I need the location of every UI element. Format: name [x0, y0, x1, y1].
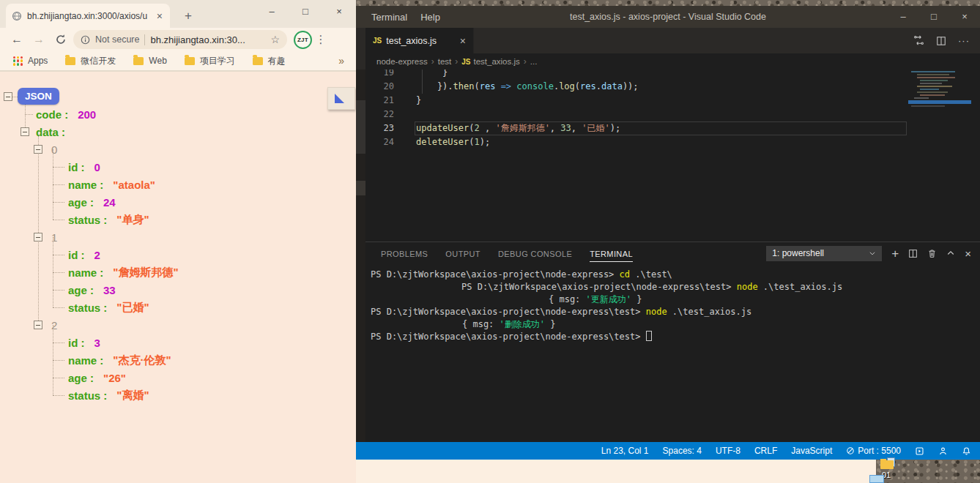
json-key-value: age :"26" [68, 369, 126, 386]
kill-terminal-trash-icon[interactable] [927, 249, 937, 258]
minimap[interactable] [911, 71, 968, 108]
bookmark-star-icon[interactable]: ☆ [270, 34, 280, 45]
url-text[interactable]: bh.zhijiangtao.xin:30... [150, 34, 265, 45]
json-root-row: JSON [0, 88, 356, 105]
terminal-line: { msg: '删除成功' } [371, 318, 980, 331]
reload-icon[interactable] [50, 34, 72, 45]
tab-close-icon[interactable]: × [155, 10, 164, 22]
new-terminal-icon[interactable]: + [891, 247, 899, 260]
collapse-toggle-icon[interactable] [21, 127, 29, 136]
json-value: "ataola" [113, 179, 155, 191]
collapse-toggle-icon[interactable] [34, 321, 42, 329]
collapse-toggle-icon[interactable] [34, 233, 42, 242]
line-number: 20 [365, 80, 394, 94]
json-key: name : [68, 179, 103, 191]
breadcrumb-item[interactable]: ... [530, 57, 538, 66]
extension-arrow-button[interactable] [327, 87, 355, 110]
forward-icon[interactable]: → [28, 33, 50, 46]
desktop-bottom-band: 01 [356, 460, 980, 483]
terminal-selector-dropdown[interactable]: 1: powershell [766, 246, 882, 261]
tree-stub [53, 342, 64, 343]
close-button[interactable]: × [322, 0, 356, 25]
code-line[interactable]: 20 }).then(res => console.log(res.data))… [365, 80, 980, 94]
json-value: 0 [94, 161, 100, 173]
browser-tab[interactable]: bh.zhijiangtao.xin:3000/axios/u × [6, 4, 170, 28]
status-spaces[interactable]: Spaces: 4 [663, 446, 702, 456]
json-key-value: status :"单身" [68, 211, 149, 228]
terminal-line: PS D:\zjtWorkspace\axios-project\node-ex… [371, 269, 980, 281]
status-eol[interactable]: CRLF [754, 446, 777, 456]
status-port[interactable]: Port : 5500 [846, 446, 901, 456]
bookmark-folder-item[interactable]: 微信开发 [59, 55, 122, 67]
desktop-folder-icon[interactable] [880, 458, 897, 470]
maximize-panel-icon[interactable] [946, 249, 955, 258]
go-live-icon[interactable] [915, 446, 924, 456]
menu-terminal[interactable]: Terminal [365, 12, 414, 23]
bookmark-apps[interactable]: Apps [7, 56, 53, 66]
notifications-bell-icon[interactable] [962, 446, 971, 456]
panel-tab-problems[interactable]: PROBLEMS [381, 245, 428, 262]
panel-tab-debug-console[interactable]: DEBUG CONSOLE [498, 245, 572, 262]
json-root-badge[interactable]: JSON [18, 88, 59, 105]
split-terminal-icon[interactable] [908, 249, 918, 258]
more-actions-icon[interactable]: ··· [958, 35, 970, 46]
panel-tab-output[interactable]: OUTPUT [445, 245, 480, 262]
collapse-toggle-icon[interactable] [34, 145, 42, 154]
breadcrumb-item[interactable]: test_axios.js [473, 57, 519, 66]
json-key: id : [68, 161, 85, 173]
account-icon[interactable] [938, 446, 948, 456]
json-value: 33 [103, 284, 116, 296]
json-key: name : [68, 354, 103, 367]
open-changes-icon[interactable] [913, 35, 924, 46]
json-tree-row: age :24 [0, 193, 356, 211]
folder-icon [253, 57, 263, 65]
terminal-output[interactable]: PS D:\zjtWorkspace\axios-project\node-ex… [365, 264, 980, 442]
maximize-button[interactable]: □ [918, 6, 949, 28]
close-button[interactable]: × [949, 6, 980, 28]
bookmark-folder-item[interactable]: 有趣 [247, 55, 292, 67]
chrome-browser-window: bh.zhijiangtao.xin:3000/axios/u × + – □ … [0, 0, 356, 483]
close-panel-icon[interactable]: × [965, 248, 971, 259]
status-line-col[interactable]: Ln 23, Col 1 [601, 446, 649, 456]
bookmark-folder-item[interactable]: 项目学习 [179, 55, 241, 67]
code-line[interactable]: 23updateUser(2 , '詹姆斯邦德', 33, '已婚'); [365, 121, 980, 135]
bookmark-folder-item[interactable]: Web [127, 55, 172, 67]
line-number: 23 [365, 121, 394, 135]
back-icon[interactable]: ← [6, 33, 28, 46]
json-tree-row: data : [0, 123, 356, 141]
breadcrumb-item[interactable]: test [438, 57, 452, 66]
json-key-value: name :"ataola" [68, 176, 155, 193]
collapse-toggle-icon[interactable] [4, 92, 12, 101]
browser-menu-icon[interactable]: ⋮ [312, 33, 330, 46]
editor-tab-test-axios[interactable]: JS test_axios.js × [365, 28, 474, 53]
bookmarks-overflow-icon[interactable]: » [338, 55, 349, 67]
tab-close-icon[interactable]: × [460, 35, 466, 47]
info-icon[interactable] [81, 35, 90, 45]
new-tab-button[interactable]: + [179, 7, 198, 26]
minimize-button[interactable]: – [255, 0, 289, 25]
breadcrumb-item[interactable]: node-express [376, 57, 428, 66]
vscode-window-controls: – □ × [888, 6, 980, 28]
code-editor[interactable]: 19 }20 }).then(res => console.log(res.da… [365, 70, 980, 242]
status-language[interactable]: JavaScript [791, 446, 832, 456]
desktop-selection-square [869, 475, 884, 483]
json-array-index: 2 [51, 316, 57, 334]
json-key-value: age :24 [68, 193, 116, 211]
split-editor-icon[interactable] [936, 36, 946, 46]
code-line[interactable]: 19 } [365, 70, 980, 80]
code-line[interactable]: 24deleteUser(1); [365, 135, 980, 149]
maximize-button[interactable]: □ [289, 0, 322, 25]
menu-help[interactable]: Help [414, 12, 447, 23]
address-bar[interactable]: Not secure bh.zhijiangtao.xin:30... ☆ [73, 30, 287, 49]
status-encoding[interactable]: UTF-8 [716, 446, 740, 456]
code-line[interactable]: 22 [365, 108, 980, 121]
code-line[interactable]: 21} [365, 94, 980, 108]
blue-arrow-icon [335, 94, 344, 103]
profile-avatar[interactable]: ZJT [294, 31, 312, 49]
vscode-left-edge [356, 28, 365, 442]
panel-tab-terminal[interactable]: TERMINAL [590, 245, 633, 262]
tree-stub [53, 220, 64, 220]
json-tree-row: id :0 [0, 158, 356, 176]
minimize-button[interactable]: – [888, 6, 918, 28]
bookmarks-bar: Apps 微信开发Web项目学习有趣 » [0, 51, 356, 71]
